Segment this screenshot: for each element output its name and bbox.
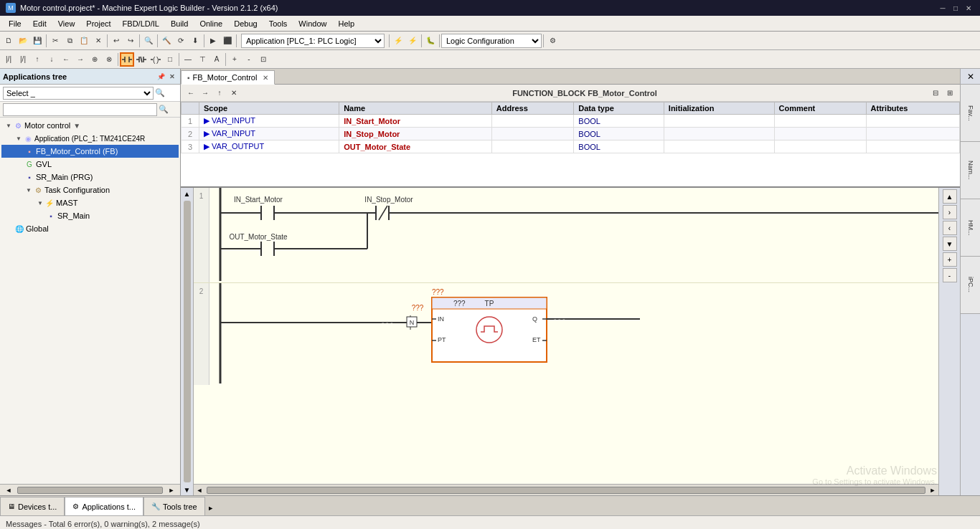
tb-undo[interactable]: ↩: [109, 34, 123, 48]
vert-scroll-thumb[interactable]: [184, 201, 191, 482]
select-dropdown[interactable]: Select _: [3, 87, 154, 100]
hscroll-thumb[interactable]: [207, 487, 925, 494]
tb-fbd5[interactable]: ←: [59, 52, 73, 67]
tree-item-motor-control[interactable]: ▼ ⚙ Motor control ▼: [1, 119, 179, 132]
menu-file[interactable]: File: [3, 18, 27, 29]
menu-project[interactable]: Project: [80, 18, 116, 29]
fright-ipc[interactable]: iPC...: [961, 257, 980, 314]
close-button[interactable]: ✕: [963, 3, 974, 13]
minimize-button[interactable]: ─: [937, 3, 948, 13]
tb-fbd4[interactable]: ↓: [44, 52, 59, 67]
tb-contact-nc[interactable]: [134, 52, 149, 67]
tb-open[interactable]: 📂: [16, 34, 30, 48]
search-icon[interactable]: 🔍: [155, 88, 165, 97]
tb-delete[interactable]: ✕: [91, 34, 105, 48]
side-up[interactable]: ▲: [943, 189, 957, 204]
table-row[interactable]: 2 ▶ VAR_INPUT IN_Stop_Motor BOOL: [182, 128, 960, 140]
ed-view-toggle[interactable]: ⊟: [928, 86, 943, 100]
diagram-hscroll[interactable]: ◄ ►: [194, 484, 938, 495]
menu-tools[interactable]: Tools: [263, 18, 293, 29]
tb-build[interactable]: 🔨: [159, 34, 174, 48]
tb-online1[interactable]: ⚡: [391, 34, 405, 48]
panel-pin[interactable]: 📌: [156, 72, 166, 82]
tb-find[interactable]: 🔍: [141, 34, 156, 48]
view-dropdown[interactable]: Logic Configuration: [441, 34, 542, 48]
tree-item-fb-motor[interactable]: ▪ FB_Motor_Control (FB): [1, 145, 179, 158]
bottom-tab-devices[interactable]: 🖥 Devices t...: [0, 497, 65, 515]
tree-item-sr-main[interactable]: ▪ SR_Main: [1, 209, 179, 222]
scroll-up[interactable]: ▲: [182, 188, 193, 199]
tb-zoom-out[interactable]: -: [242, 52, 256, 67]
tree-item-global[interactable]: 🌐 Global: [1, 222, 179, 235]
tb-fbd1[interactable]: |/|: [1, 52, 16, 67]
tree-item-mast[interactable]: ▼ ⚡ MAST: [1, 196, 179, 209]
bottom-tab-tools[interactable]: 🔧 Tools tree: [143, 497, 205, 515]
tree-item-application[interactable]: ▼ ◉ Application (PLC_1: TM241CE24R: [1, 132, 179, 145]
tb-zoom-fit[interactable]: ⊡: [256, 52, 270, 67]
tb-new[interactable]: 🗋: [1, 34, 16, 48]
menu-edit[interactable]: Edit: [27, 18, 52, 29]
tree-item-gvl[interactable]: G GVL: [1, 158, 179, 171]
menu-online[interactable]: Online: [194, 18, 228, 29]
tb-save[interactable]: 💾: [30, 34, 44, 48]
side-plus[interactable]: +: [943, 252, 957, 267]
menu-debug[interactable]: Debug: [228, 18, 263, 29]
tb-fbd8[interactable]: ⊗: [102, 52, 116, 67]
tree-item-task-config[interactable]: ▼ ⚙ Task Configuration: [1, 184, 179, 196]
side-minus[interactable]: -: [943, 268, 957, 282]
fright-name[interactable]: Nam...: [961, 142, 980, 199]
menu-help[interactable]: Help: [332, 18, 360, 29]
ed-expand[interactable]: ⊞: [943, 86, 957, 100]
tb-wire[interactable]: —: [181, 52, 195, 67]
hscroll-right[interactable]: ►: [927, 485, 938, 495]
tree-expand-motor[interactable]: ▼: [4, 121, 13, 130]
tree-item-sr-main-prg[interactable]: ▪ SR_Main (PRG): [1, 171, 179, 184]
fright-fav[interactable]: Fav...: [961, 85, 980, 142]
bottom-tab-applications[interactable]: ⚙ Applications t...: [65, 497, 143, 515]
tb-rebuild[interactable]: ⟳: [174, 34, 188, 48]
search-input[interactable]: [3, 103, 157, 116]
tb-fbd2[interactable]: |/|: [16, 52, 30, 67]
scroll-right[interactable]: ►: [164, 485, 179, 495]
tb-download[interactable]: ⬇: [188, 34, 202, 48]
tree-expand-app[interactable]: ▼: [14, 134, 23, 143]
application-dropdown[interactable]: Application [PLC_1: PLC Logic]: [241, 34, 385, 48]
tb-fbd7[interactable]: ⊕: [88, 52, 102, 67]
ed-up[interactable]: ↑: [212, 86, 227, 100]
menu-build[interactable]: Build: [165, 18, 194, 29]
tab-fb-motor[interactable]: ▪ FB_Motor_Control ✕: [181, 70, 275, 85]
menu-window[interactable]: Window: [293, 18, 332, 29]
tab-close[interactable]: ✕: [263, 74, 268, 82]
tb-fbd6[interactable]: →: [73, 52, 88, 67]
scroll-tabs-right[interactable]: ►: [205, 502, 217, 514]
maximize-button[interactable]: □: [950, 3, 961, 13]
table-row[interactable]: 3 ▶ VAR_OUTPUT OUT_Motor_State BOOL: [182, 140, 960, 153]
fright-close[interactable]: ✕: [961, 69, 980, 85]
tb-paste[interactable]: 📋: [77, 34, 91, 48]
table-row[interactable]: 1 ▶ VAR_INPUT IN_Start_Motor BOOL: [182, 115, 960, 128]
fright-hmi[interactable]: HM...: [961, 199, 980, 257]
search-go-icon[interactable]: 🔍: [159, 105, 169, 114]
panel-close-btn[interactable]: ✕: [167, 72, 177, 82]
tb-online2[interactable]: ⚡: [405, 34, 420, 48]
tb-fbd3[interactable]: ↑: [30, 52, 44, 67]
tree-expand-mast[interactable]: ▼: [36, 199, 44, 207]
window-controls[interactable]: ─ □ ✕: [937, 3, 974, 13]
tb-stop[interactable]: ⬛: [220, 34, 235, 48]
tb-fb[interactable]: □: [163, 52, 177, 67]
tb-run[interactable]: ▶: [206, 34, 220, 48]
tb-cut[interactable]: ✂: [48, 34, 62, 48]
side-expand-right[interactable]: ›: [943, 205, 957, 219]
tb-label[interactable]: A: [209, 52, 224, 67]
ed-close[interactable]: ✕: [227, 86, 241, 100]
tb-redo[interactable]: ↪: [123, 34, 138, 48]
scrollbar-thumb[interactable]: [17, 487, 163, 494]
tb-zoom-in[interactable]: +: [227, 52, 242, 67]
ed-forward[interactable]: →: [198, 86, 212, 100]
tb-contact-no[interactable]: [120, 52, 134, 67]
hscroll-left[interactable]: ◄: [194, 485, 205, 495]
tree-scrollbar[interactable]: ◄ ►: [0, 484, 180, 495]
tree-expand-task[interactable]: ▼: [24, 186, 33, 194]
menu-view[interactable]: View: [52, 18, 81, 29]
scroll-down[interactable]: ▼: [182, 484, 193, 495]
